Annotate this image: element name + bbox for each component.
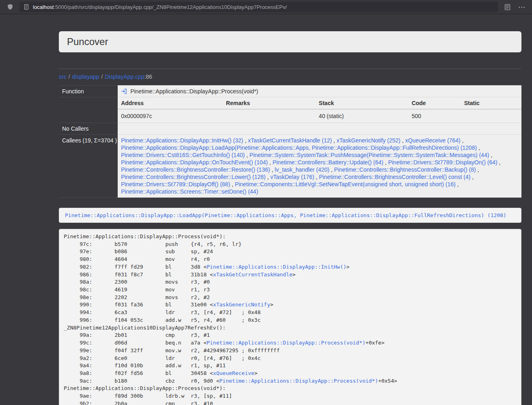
- largest-callee-highlight: Pinetime::Applications::DisplayApp::Load…: [59, 208, 521, 223]
- no-callers-row: No Callers: [59, 123, 521, 135]
- callees-separator: ,: [498, 159, 501, 166]
- static-value: [461, 109, 521, 123]
- callees-separator: ,: [268, 159, 273, 166]
- col-remarks: Remarks: [223, 97, 316, 109]
- col-code: Code: [408, 97, 461, 109]
- url-path: :5000/path/src/displayapp/DisplayApp.cpp…: [54, 4, 287, 10]
- callees-separator: ,: [245, 152, 250, 158]
- col-static: Static: [461, 97, 521, 109]
- shield-icon: [7, 4, 13, 10]
- callee-link[interactable]: Pinetime::Applications::DisplayApp::Init…: [121, 137, 243, 144]
- stats-data-row: 0x0000097c 40 (static) 500: [118, 109, 521, 123]
- address-value: 0x0000097c: [118, 109, 223, 123]
- col-stack: Stack: [316, 97, 409, 109]
- callees-separator: ,: [314, 174, 319, 180]
- callee-link[interactable]: Pinetime::Drivers::Cst816S::GetTouchInfo…: [121, 152, 245, 158]
- function-table: Function Pinetime::Applications::Display…: [59, 85, 521, 198]
- callee-link[interactable]: Pinetime::Applications::Screens::Timer::…: [121, 188, 258, 195]
- callees-separator: ,: [243, 137, 248, 144]
- callee-link[interactable]: lv_task_handler (420): [275, 166, 330, 173]
- callees-label: Callees (19, Σ=3704 ): [59, 135, 118, 198]
- reader-view-icon: [504, 4, 511, 11]
- symbol-link[interactable]: xTaskGetCurrentTaskHandle: [213, 271, 293, 278]
- function-stats-row: Address Remarks Stack Code Static 0x0000…: [59, 97, 521, 123]
- callees-separator: ,: [270, 166, 275, 173]
- callee-link[interactable]: xTaskGenericNotify (252): [337, 137, 401, 144]
- url-host: localhost: [33, 4, 54, 10]
- callee-link[interactable]: Pinetime::Controllers::BrightnessControl…: [319, 174, 470, 180]
- callees-separator: ,: [456, 181, 459, 187]
- reader-view-button[interactable]: [502, 2, 513, 12]
- symbol-link[interactable]: Pinetime::Applications::DisplayApp::Proc…: [220, 378, 378, 384]
- callees-separator: ,: [401, 137, 405, 144]
- url-bar[interactable]: localhost:5000/path/src/displayapp/Displ…: [19, 2, 498, 12]
- callee-link[interactable]: Pinetime::Drivers::St7789::DisplayOff() …: [121, 181, 230, 187]
- function-label: Function: [59, 86, 118, 97]
- symbol-link[interactable]: xQueueReceive: [213, 370, 254, 376]
- callees-separator: ,: [470, 174, 474, 180]
- callees-separator: ,: [489, 152, 492, 158]
- function-icon: [121, 88, 127, 95]
- callees-separator: ,: [265, 174, 270, 180]
- breadcrumb-link-file[interactable]: DisplayApp.cpp: [105, 73, 144, 80]
- callee-link[interactable]: Pinetime::Applications::DisplayApp::Load…: [121, 144, 477, 151]
- col-address: Address: [118, 97, 223, 109]
- divider: [59, 69, 521, 69]
- symbol-link[interactable]: Pinetime::Applications::DisplayApp::Init…: [207, 264, 346, 270]
- callee-link[interactable]: Pinetime::Controllers::BrightnessControl…: [121, 166, 270, 173]
- callees-separator: ,: [230, 181, 235, 187]
- callee-link[interactable]: Pinetime::Applications::DisplayApp::OnTo…: [121, 159, 268, 166]
- callee-link[interactable]: Pinetime::Controllers::BrightnessControl…: [121, 174, 265, 180]
- breadcrumb-link-displayapp[interactable]: displayapp: [72, 73, 99, 80]
- symbol-link[interactable]: xTaskGenericNotify: [213, 302, 270, 308]
- breadcrumb-link-src[interactable]: src: [59, 73, 67, 80]
- callees-separator: ,: [332, 137, 337, 144]
- breadcrumb-separator: /: [101, 73, 103, 80]
- callee-link[interactable]: vTaskDelay (176): [270, 174, 314, 180]
- callees-separator: ,: [477, 144, 480, 151]
- tracking-protection-shield-icon[interactable]: [5, 2, 15, 12]
- url-text: localhost:5000/path/src/displayapp/Displ…: [33, 4, 287, 10]
- app-header: Puncover: [59, 31, 521, 52]
- breadcrumb-separator: /: [69, 73, 70, 80]
- overflow-menu-button[interactable]: ⋯: [517, 2, 527, 12]
- callee-link[interactable]: Pinetime::System::SystemTask::PushMessag…: [250, 152, 489, 158]
- function-row: Function Pinetime::Applications::Display…: [59, 86, 521, 97]
- callee-link[interactable]: Pinetime::Controllers::BrightnessControl…: [334, 166, 476, 173]
- page-title: Puncover: [67, 35, 108, 48]
- remarks-value: [223, 109, 316, 123]
- disassembly: Pinetime::Applications::DisplayApp::Proc…: [59, 229, 521, 405]
- callees-separator: ,: [330, 166, 334, 173]
- callee-link[interactable]: Pinetime::Components::LittleVgl::SetNewT…: [235, 181, 456, 187]
- callee-link[interactable]: xTaskGetCurrentTaskHandle (12): [248, 137, 332, 144]
- callees-separator: ,: [476, 166, 479, 173]
- callees-row: Callees (19, Σ=3704 ) Pinetime::Applicat…: [59, 135, 521, 198]
- breadcrumb: src/displayapp/DisplayApp.cpp:86: [59, 73, 521, 80]
- stats-table: Address Remarks Stack Code Static 0x0000…: [118, 97, 521, 123]
- stats-header-row: Address Remarks Stack Code Static: [118, 97, 521, 109]
- callees-separator: ,: [461, 137, 464, 144]
- largest-callee-link[interactable]: Pinetime::Applications::DisplayApp::Load…: [65, 212, 506, 218]
- callees-separator: ,: [383, 159, 388, 166]
- callee-link[interactable]: Pinetime::Controllers::Battery::Update()…: [273, 159, 383, 166]
- page-identity-icon[interactable]: [23, 4, 30, 10]
- overflow-menu-icon: ⋯: [518, 3, 526, 11]
- function-name: Pinetime::Applications::DisplayApp::Proc…: [130, 88, 258, 95]
- browser-chrome: localhost:5000/path/src/displayapp/Displ…: [0, 0, 532, 14]
- stack-value: 40 (static): [316, 109, 409, 123]
- callee-link[interactable]: Pinetime::Drivers::St7789::DisplayOn() (…: [388, 159, 497, 166]
- code-value: 500: [408, 109, 461, 123]
- callees-cell: Pinetime::Applications::DisplayApp::Init…: [118, 135, 521, 198]
- no-callers-label: No Callers: [59, 123, 118, 135]
- symbol-link[interactable]: Pinetime::Applications::DisplayApp::Proc…: [207, 340, 365, 346]
- page-container: Puncover src/displayapp/DisplayApp.cpp:8…: [59, 31, 521, 405]
- breadcrumb-line-number: :86: [144, 73, 152, 80]
- callee-link[interactable]: xQueueReceive (764): [405, 137, 460, 144]
